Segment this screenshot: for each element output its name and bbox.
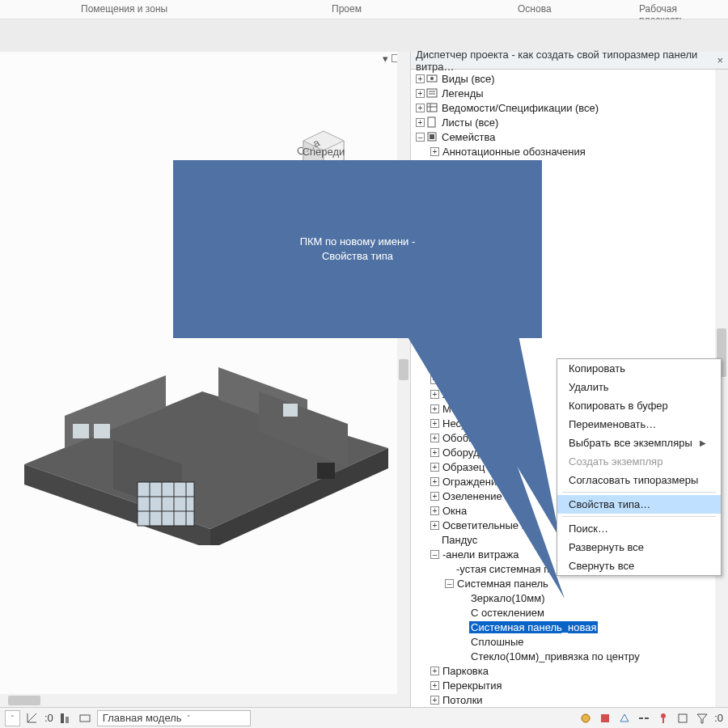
3d-viewport[interactable]: ▾ Спереди С…а (0, 52, 411, 707)
expand-icon[interactable]: + (416, 89, 425, 98)
tree-cp-new-selected[interactable]: Системная панель_новая (469, 621, 598, 633)
svg-point-40 (661, 713, 666, 718)
svg-point-38 (582, 714, 590, 722)
expand-icon[interactable]: + (416, 118, 425, 127)
ctx-expand-all[interactable]: Развернуть все (557, 538, 721, 557)
workset-value: Главная модель (103, 712, 182, 724)
ctx-delete[interactable]: Удалить (557, 378, 721, 396)
ctx-copy[interactable]: Копировать (557, 359, 721, 378)
legends-icon (426, 87, 438, 99)
expand-icon[interactable]: + (430, 681, 439, 690)
ctx-type-properties[interactable]: Свойства типа… (557, 495, 721, 514)
ribbon-group-datum: Основа (510, 0, 560, 18)
svg-rect-36 (66, 717, 69, 723)
expand-icon[interactable]: + (416, 104, 425, 112)
tree-views[interactable]: Виды (все) (440, 73, 497, 85)
svg-rect-27 (427, 104, 437, 112)
detail-level-icon[interactable] (58, 711, 73, 726)
ctx-separator (562, 516, 716, 517)
workset-combo[interactable]: Главная модель˅ (97, 710, 251, 726)
svg-rect-18 (73, 424, 89, 438)
ribbon-blank-area (0, 19, 728, 52)
tree-annotation[interactable]: Аннотационные обозначения (441, 146, 587, 158)
ctx-match-types[interactable]: Согласовать типоразмеры (557, 471, 721, 489)
collapse-icon[interactable]: – (416, 133, 425, 142)
status-icon-1[interactable] (578, 711, 593, 726)
ctx-select-all[interactable]: Выбрать все экземпляры▶ (557, 434, 721, 452)
scale-icon[interactable] (25, 711, 40, 726)
select-pinned-icon[interactable] (656, 711, 671, 726)
dropdown-icon[interactable]: ▾ (383, 53, 388, 65)
status-bar: ˅ :0 Главная модель˅ :0 (0, 707, 728, 728)
views-icon (426, 73, 438, 84)
callout-arrow-2 (437, 332, 574, 574)
close-icon[interactable]: × (717, 54, 723, 66)
ribbon-group-labels: Помещения и зоны Проем Основа Рабочая пл… (0, 0, 728, 19)
svg-point-23 (430, 77, 434, 80)
families-icon (426, 131, 438, 142)
ctx-rename[interactable]: Переименовать… (557, 415, 721, 434)
filter-icon[interactable] (695, 711, 709, 726)
ctx-search[interactable]: Поиск… (557, 519, 721, 538)
tree-legends[interactable]: Легенды (440, 87, 485, 99)
status-icon-2[interactable] (598, 711, 612, 726)
visual-style-icon[interactable] (78, 711, 92, 726)
ribbon-group-rooms: Помещения и зоны (73, 0, 176, 18)
project-browser-title: Диспетчер проекта - как создать свой тип… (416, 49, 717, 73)
svg-rect-20 (283, 404, 298, 417)
filter-count: :0 (714, 712, 723, 724)
svg-rect-39 (601, 714, 609, 722)
chevron-down-icon: ˅ (187, 714, 191, 722)
ctx-collapse-all[interactable]: Свернуть все (557, 557, 721, 575)
tree-ceilings[interactable]: Потолки (441, 694, 485, 706)
svg-rect-35 (61, 713, 64, 723)
svg-rect-21 (317, 463, 335, 479)
select-elements-icon[interactable] (675, 711, 690, 726)
callout-line2: Свойства типа (300, 249, 416, 264)
ctx-create-instance: Создать экземпляр (557, 452, 721, 471)
tree-cp-solid[interactable]: Сплошные (469, 636, 526, 648)
tree-parking[interactable]: Парковка (441, 665, 490, 677)
tree-floors[interactable]: Перекрытия (441, 679, 504, 692)
svg-rect-19 (94, 424, 110, 438)
schedules-icon (426, 102, 438, 113)
tree-cp-glass[interactable]: Стекло(10мм)_привязка по центру (469, 650, 641, 662)
expand-icon[interactable]: + (430, 696, 439, 705)
tree-families[interactable]: Семейства (440, 131, 497, 143)
tree-schedules[interactable]: Ведомости/Спецификации (все) (440, 102, 600, 114)
context-menu: Копировать Удалить Копировать в буфер Пе… (557, 358, 722, 576)
submenu-arrow-icon: ▶ (700, 438, 706, 447)
view-header-controls[interactable]: ▾ (0, 50, 404, 66)
tree-sheets[interactable]: Листы (все) (440, 116, 500, 129)
tutorial-callout: ПКМ по новому имени - Свойства типа (173, 160, 542, 338)
svg-marker-34 (437, 332, 560, 538)
svg-rect-37 (80, 715, 90, 722)
scale-value: :0 (44, 712, 53, 724)
svg-rect-42 (679, 714, 687, 722)
expand-icon[interactable]: + (430, 147, 439, 156)
svg-rect-24 (427, 89, 437, 97)
select-links-icon[interactable] (637, 711, 651, 726)
sheets-icon (426, 116, 438, 128)
callout-line1: ПКМ по новому имени - (300, 235, 416, 249)
project-browser-title-bar[interactable]: Диспетчер проекта - как создать свой тип… (411, 52, 728, 70)
viewport-hscrollbar[interactable] (0, 694, 397, 707)
scale-combo[interactable]: ˅ (5, 710, 20, 726)
svg-rect-32 (430, 134, 434, 139)
status-icon-3[interactable] (617, 711, 632, 726)
expand-icon[interactable]: + (416, 74, 425, 83)
ribbon-group-opening: Проем (324, 0, 370, 18)
expand-icon[interactable]: + (430, 667, 439, 675)
ctx-copy-clipboard[interactable]: Копировать в буфер (557, 396, 721, 415)
ctx-separator (562, 492, 716, 493)
tree-cp-glazed[interactable]: С остеклением (469, 607, 546, 619)
svg-rect-30 (428, 117, 435, 127)
building-model[interactable] (16, 343, 396, 545)
